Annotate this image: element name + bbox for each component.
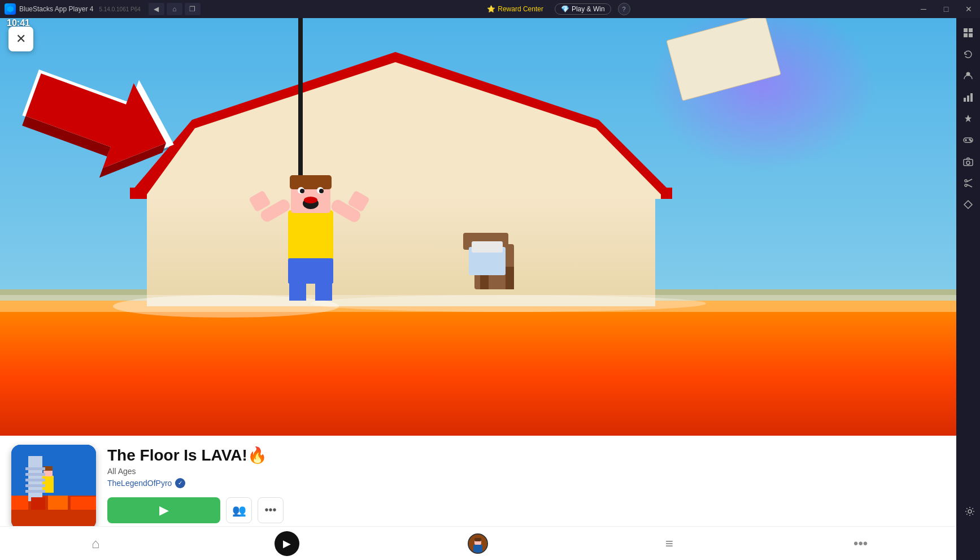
bottom-nav: ⌂ ▶ ≡ ••• — [0, 526, 956, 560]
svg-rect-76 — [31, 497, 45, 510]
sidebar-btn-rotate[interactable] — [958, 44, 978, 64]
play-win-label: Play & Win — [572, 5, 605, 13]
reward-star-icon: ⭐ — [487, 5, 495, 13]
svg-rect-78 — [71, 497, 96, 510]
svg-rect-71 — [25, 473, 45, 476]
right-sidebar — [956, 18, 980, 560]
more-icon: ••• — [853, 536, 868, 552]
avatar-icon — [468, 533, 488, 554]
svg-rect-83 — [964, 28, 968, 32]
svg-point-103 — [968, 510, 972, 513]
nav-home[interactable]: ⌂ — [79, 529, 112, 558]
sidebar-btn-pin[interactable] — [958, 108, 978, 129]
sidebar-btn-camera[interactable] — [958, 151, 978, 172]
svg-rect-74 — [25, 490, 45, 493]
minimize-button[interactable]: ─ — [912, 0, 935, 18]
action-buttons: ▶ 👥 ••• — [107, 497, 945, 523]
titlebar-center: ⭐ Reward Center 💎 Play & Win ? — [482, 3, 630, 15]
svg-rect-82 — [473, 545, 482, 553]
sidebar-btn-user[interactable] — [958, 66, 978, 86]
group-button[interactable]: 👥 — [226, 497, 252, 523]
titlebar-nav: ◀ ⌂ ❐ — [149, 3, 201, 15]
svg-rect-56 — [288, 258, 333, 284]
svg-point-48 — [300, 189, 304, 193]
svg-rect-75 — [11, 496, 28, 510]
play-game-button[interactable]: ▶ — [107, 497, 220, 523]
app-title: BlueStacks App Player 4 — [19, 5, 93, 13]
close-game-button[interactable]: ✕ — [8, 27, 33, 51]
duplicate-button[interactable]: ❐ — [185, 3, 201, 15]
nav-play[interactable]: ▶ — [270, 529, 304, 558]
titlebar: BlueStacks App Player 4 5.14.0.1061 P64 … — [0, 0, 980, 18]
game-author-row: TheLegendOfPyro ✓ — [107, 478, 945, 488]
svg-rect-85 — [964, 33, 968, 37]
svg-rect-9 — [130, 188, 147, 199]
home-nav-button[interactable]: ⌂ — [167, 3, 182, 15]
svg-rect-45 — [290, 175, 332, 189]
sidebar-btn-gamepad[interactable] — [958, 130, 978, 150]
svg-rect-89 — [967, 95, 969, 102]
game-author: TheLegendOfPyro — [107, 479, 172, 488]
chat-icon: ≡ — [665, 536, 673, 552]
svg-point-95 — [970, 140, 972, 141]
play-win-gem-icon: 💎 — [561, 5, 569, 13]
svg-point-94 — [969, 139, 970, 140]
more-options-icon: ••• — [264, 503, 276, 516]
svg-rect-81 — [474, 538, 481, 541]
svg-rect-7 — [147, 193, 655, 306]
svg-marker-102 — [964, 201, 972, 209]
sidebar-btn-settings[interactable] — [960, 501, 980, 522]
svg-point-99 — [965, 184, 967, 186]
group-icon: 👥 — [232, 503, 246, 517]
svg-rect-88 — [964, 98, 966, 102]
svg-rect-72 — [25, 479, 45, 481]
svg-rect-70 — [25, 467, 45, 470]
app-version: 5.14.0.1061 P64 — [99, 6, 140, 12]
nav-chat[interactable]: ≡ — [652, 529, 686, 558]
nav-more[interactable]: ••• — [844, 529, 878, 558]
svg-rect-42 — [472, 241, 503, 253]
svg-point-97 — [966, 161, 970, 164]
svg-line-101 — [967, 185, 972, 188]
more-options-button[interactable]: ••• — [258, 497, 284, 523]
close-icon: ✕ — [16, 32, 26, 46]
game-rating: All Ages — [107, 467, 945, 476]
titlebar-controls: ─ □ ✕ — [912, 0, 980, 18]
window-close-button[interactable]: ✕ — [957, 0, 980, 18]
titlebar-left: BlueStacks App Player 4 5.14.0.1061 P64 … — [0, 3, 201, 15]
svg-rect-86 — [969, 33, 973, 37]
svg-rect-58 — [315, 281, 332, 301]
play-nav-icon: ▶ — [275, 531, 299, 556]
sidebar-btn-1[interactable] — [958, 23, 978, 43]
reward-center-button[interactable]: ⭐ Reward Center — [482, 4, 548, 14]
home-icon: ⌂ — [92, 536, 100, 552]
game-screenshot: ✕ — [0, 18, 956, 453]
thumbnail-svg — [11, 445, 96, 529]
bottom-panel: The Floor Is LAVA!🔥 All Ages TheLegendOf… — [0, 436, 956, 560]
play-icon: ▶ — [159, 503, 169, 518]
game-details: The Floor Is LAVA!🔥 All Ages TheLegendOf… — [107, 445, 945, 523]
restore-button[interactable]: □ — [935, 0, 957, 18]
help-button[interactable]: ? — [618, 3, 630, 15]
svg-rect-90 — [970, 93, 973, 102]
svg-rect-77 — [48, 496, 68, 510]
game-thumbnail — [11, 445, 96, 529]
nav-avatar[interactable] — [461, 529, 495, 558]
svg-rect-5 — [0, 301, 956, 453]
main-content: ✕ — [0, 18, 956, 560]
back-button[interactable]: ◀ — [149, 3, 164, 15]
play-win-button[interactable]: 💎 Play & Win — [555, 3, 611, 15]
sidebar-btn-chart[interactable] — [958, 87, 978, 107]
svg-point-49 — [319, 189, 324, 193]
bluestacks-logo — [5, 3, 16, 15]
reward-center-label: Reward Center — [498, 5, 543, 13]
svg-rect-73 — [25, 484, 45, 487]
sidebar-btn-scissors[interactable] — [958, 173, 978, 193]
svg-rect-40 — [506, 267, 514, 289]
sidebar-btn-diamond[interactable] — [958, 194, 978, 215]
svg-marker-0 — [7, 6, 14, 12]
svg-line-100 — [967, 179, 972, 182]
svg-point-36 — [311, 295, 706, 312]
svg-rect-43 — [288, 210, 333, 261]
svg-point-51 — [304, 197, 317, 203]
